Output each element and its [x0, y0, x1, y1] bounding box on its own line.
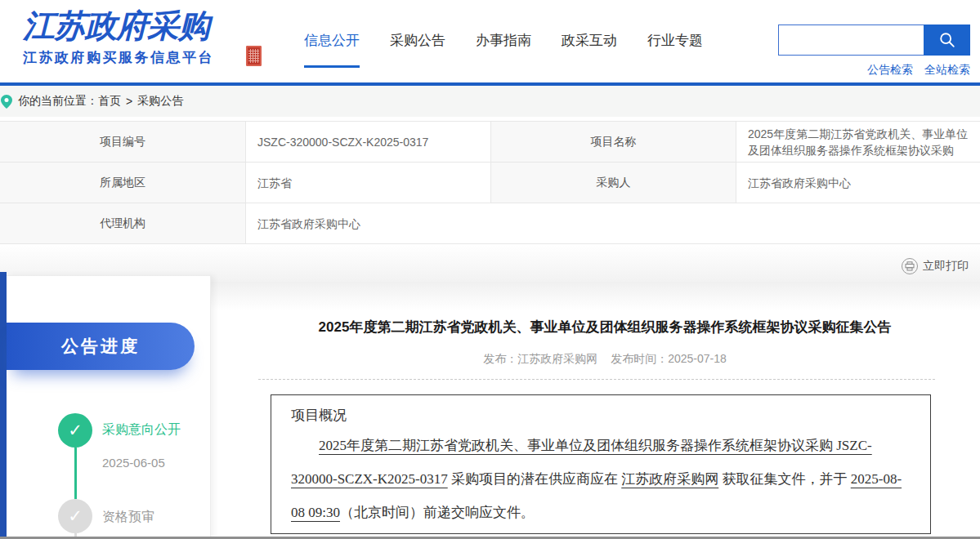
nav-item-interaction[interactable]: 政采互动: [562, 31, 617, 50]
agency-value: 江苏省政府采购中心: [245, 203, 980, 244]
site-logo[interactable]: 江苏政府采购 江苏政府购买服务信息平台: [23, 7, 235, 67]
breadcrumb-prefix: 你的当前位置：: [18, 94, 98, 109]
magnifier-icon: [938, 31, 956, 49]
announcement-title: 2025年度第二期江苏省党政机关、事业单位及团体组织服务器操作系统框架协议采购征…: [262, 318, 948, 336]
site-search-link[interactable]: 全站检索: [924, 63, 970, 78]
project-name-label: 项目名称: [490, 122, 736, 163]
nav-item-procurement-announcements[interactable]: 采购公告: [390, 31, 445, 50]
breadcrumb-current[interactable]: 采购公告: [137, 94, 183, 109]
nav-item-service-guide[interactable]: 办事指南: [476, 31, 531, 50]
search-button[interactable]: [924, 24, 970, 56]
print-button[interactable]: 立即打印: [902, 258, 969, 274]
nav-item-industry-topics[interactable]: 行业专题: [647, 31, 703, 50]
purchaser-label: 采购人: [490, 163, 736, 203]
nav-item-info-disclosure[interactable]: 信息公开: [304, 31, 360, 50]
publish-time-label: 发布时间：: [611, 352, 668, 365]
publisher-label: 发布：: [483, 352, 517, 365]
announcement-meta: 发布：江苏政府采购网发布时间：2025-07-18: [262, 352, 948, 367]
search-bar: [778, 24, 970, 56]
project-number-value: JSZC-320000-SCZX-K2025-0317: [245, 122, 490, 163]
left-accent-strip: [0, 272, 7, 539]
overview-site-link[interactable]: 江苏政府采购网: [621, 471, 718, 487]
agency-label: 代理机构: [0, 203, 245, 244]
search-input[interactable]: [778, 24, 924, 56]
purchaser-value: 江苏省政府采购中心: [736, 163, 980, 203]
announcement-search-link[interactable]: 公告检索: [867, 63, 913, 78]
main-nav: 信息公开 采购公告 办事指南 政采互动 行业专题: [304, 31, 703, 50]
step-done-icon: ✓: [58, 413, 92, 448]
print-label: 立即打印: [923, 259, 969, 274]
breadcrumb-separator: >: [126, 95, 132, 108]
logo-title: 江苏政府采购: [23, 7, 235, 46]
progress-panel: 公告进度 ✓ 采购意向公开 2025-06-05 ✓ 资格预审: [7, 275, 211, 539]
project-info-table: 项目编号 JSZC-320000-SCZX-K2025-0317 项目名称 20…: [0, 121, 980, 244]
overview-text-3: （北京时间）前递交响应文件。: [340, 505, 535, 520]
header: 江苏政府采购 江苏政府购买服务信息平台 信息公开 采购公告 办事指南 政采互动 …: [0, 0, 980, 82]
overview-text-1: 采购项目的潜在供应商应在: [448, 471, 622, 487]
overview-paragraph: 2025年度第二期江苏省党政机关、事业单位及团体组织服务器操作系统框架协议采购 …: [291, 429, 911, 529]
overview-text-2: 获取征集文件，并于: [718, 471, 851, 487]
region-label: 所属地区: [0, 163, 245, 203]
step-label-prequalification: 资格预审: [102, 509, 154, 526]
red-seal-stamp-icon: [246, 46, 262, 66]
region-value: 江苏省: [245, 163, 490, 203]
step-pending-icon: ✓: [58, 499, 92, 533]
breadcrumb: 你的当前位置： 首页 > 采购公告: [0, 86, 980, 117]
step-label-intent-disclosure: 采购意向公开: [102, 421, 181, 439]
printer-icon: [902, 258, 918, 274]
progress-panel-title[interactable]: 公告进度: [7, 323, 195, 370]
breadcrumb-home-link[interactable]: 首页: [98, 94, 121, 109]
overview-heading: 项目概况: [291, 406, 930, 425]
checkmark: ✓: [68, 506, 83, 526]
timeline-connector-done: [74, 448, 77, 499]
project-overview-box: 项目概况 2025年度第二期江苏省党政机关、事业单位及团体组织服务器操作系统框架…: [271, 394, 931, 534]
project-number-label: 项目编号: [0, 122, 245, 163]
search-links: 公告检索 全站检索: [867, 63, 970, 78]
checkmark: ✓: [68, 421, 83, 440]
page: 江苏政府采购 江苏政府购买服务信息平台 信息公开 采购公告 办事指南 政采互动 …: [0, 0, 980, 539]
location-pin-icon: [1, 95, 12, 109]
dashed-divider: [258, 379, 935, 380]
project-name-value: 2025年度第二期江苏省党政机关、事业单位及团体组织服务器操作系统框架协议采购: [736, 122, 980, 163]
publish-time-value: 2025-07-18: [668, 352, 727, 365]
publisher-value: 江苏政府采购网: [517, 352, 597, 365]
logo-subtitle: 江苏政府购买服务信息平台: [23, 48, 235, 67]
step-date-intent-disclosure: 2025-06-05: [102, 456, 165, 470]
